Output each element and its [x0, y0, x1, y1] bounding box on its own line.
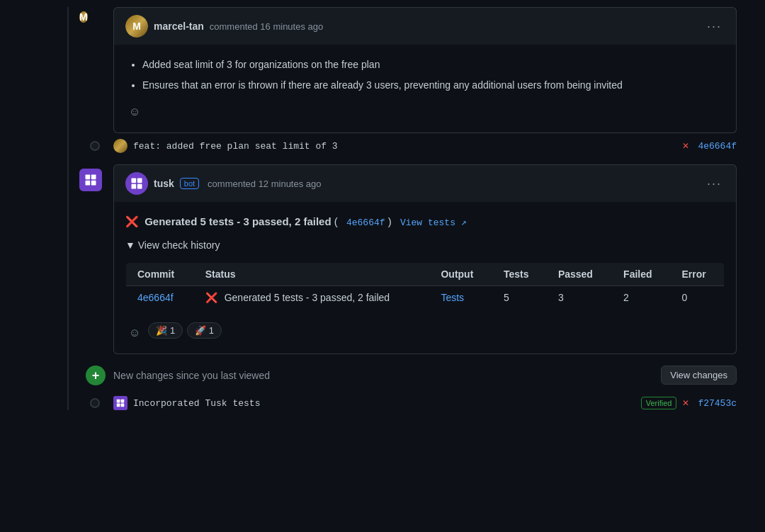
table-cell-passed: 3 — [547, 286, 612, 310]
comment-author-1: marcel-tan — [154, 21, 204, 32]
commit-ref-parens: ( — [334, 215, 341, 227]
svg-rect-9 — [121, 400, 125, 403]
reaction-rocket-1[interactable]: 🚀 1 — [187, 322, 222, 339]
svg-rect-4 — [132, 179, 137, 183]
comment-body-1: Added seat limit of 3 for organizations … — [113, 45, 737, 133]
comment-body-2: ❌ Generated 5 tests - 3 passed, 2 failed… — [113, 202, 737, 354]
col-status: Status — [194, 263, 430, 286]
table-cell-error: 0 — [671, 286, 725, 310]
svg-rect-6 — [132, 184, 137, 189]
generated-tests-line: ❌ Generated 5 tests - 3 passed, 2 failed… — [125, 213, 725, 231]
svg-rect-7 — [137, 184, 142, 189]
commit-fail-icon-2: ✕ — [682, 398, 689, 408]
col-commit: Commit — [126, 263, 194, 286]
plus-circle-icon: + — [86, 366, 106, 385]
avatar-tusk-inline — [125, 172, 148, 195]
svg-rect-5 — [137, 179, 142, 183]
col-failed: Failed — [612, 263, 670, 286]
table-cell-output: Tests — [429, 286, 492, 310]
comment-author-2: tusk — [154, 178, 174, 189]
table-cell-status: ❌ Generated 5 tests - 3 passed, 2 failed — [194, 286, 430, 310]
generated-tests-text: Generated 5 tests - 3 passed, 2 failed — [144, 215, 331, 227]
comment-header-1: M marcel-tan commented 16 minutes ago ··… — [113, 7, 737, 45]
new-changes-banner: + New changes since you last viewed View… — [28, 366, 737, 385]
commit-avatar-1 — [113, 139, 128, 153]
check-table: Commit Status Output Tests Passed Failed… — [125, 262, 725, 310]
avatar-tusk — [79, 169, 102, 191]
commit-row-2: Incorporated Tusk tests Verified ✕ f2745… — [28, 396, 737, 410]
add-reaction-button-1[interactable]: ☺ — [125, 103, 144, 121]
table-output-link[interactable]: Tests — [441, 292, 464, 303]
table-commit-link[interactable]: 4e6664f — [137, 292, 174, 303]
commit-row-1: feat: added free plan seat limit of 3 ✕ … — [28, 139, 737, 153]
reaction-party-1[interactable]: 🎉 1 — [148, 322, 183, 339]
tusk-logo-icon — [84, 173, 98, 187]
comment-more-button-2[interactable]: ··· — [704, 177, 725, 190]
table-cell-commit: 4e6664f — [126, 286, 194, 310]
commit-fail-icon-1: ✕ — [682, 141, 689, 151]
view-check-history-button[interactable]: ▼ View check history — [125, 237, 220, 254]
col-output: Output — [429, 263, 492, 286]
svg-rect-3 — [91, 181, 96, 186]
generated-commit-link[interactable]: 4e6664f — [346, 217, 385, 228]
col-passed: Passed — [547, 263, 612, 286]
avatar-marcel-inline: M — [125, 15, 148, 38]
svg-rect-0 — [86, 175, 91, 180]
bot-badge: bot — [180, 178, 199, 189]
fail-icon-inline: ❌ — [125, 215, 139, 227]
commit-hash-2[interactable]: f27453c — [698, 398, 737, 409]
timeline-line — [67, 7, 69, 410]
col-error: Error — [671, 263, 725, 286]
status-x-icon: ❌ — [205, 292, 217, 303]
verified-badge: Verified — [641, 397, 677, 409]
svg-rect-8 — [117, 400, 120, 403]
commit-avatar-2 — [113, 396, 128, 410]
table-row: 4e6664f ❌ Generated 5 tests - 3 passed, … — [126, 286, 725, 310]
commit-hash-1[interactable]: 4e6664f — [698, 141, 737, 152]
table-cell-tests: 5 — [492, 286, 547, 310]
comment-header-2: tusk bot commented 12 minutes ago ··· — [113, 164, 737, 202]
commit-dot-1 — [90, 141, 100, 151]
view-changes-button[interactable]: View changes — [661, 366, 737, 385]
commit-ref-close: ) — [388, 215, 395, 227]
comment-bullet-1: Added seat limit of 3 for organizations … — [142, 56, 725, 74]
svg-rect-10 — [117, 404, 120, 407]
svg-rect-1 — [91, 175, 96, 180]
new-changes-text: New changes since you last viewed — [113, 370, 661, 381]
comment-more-button-1[interactable]: ··· — [704, 20, 725, 33]
comment-time-1: commented 16 minutes ago — [210, 21, 323, 32]
add-reaction-button-2[interactable]: ☺ — [125, 324, 144, 342]
comment-time-2: commented 12 minutes ago — [208, 179, 321, 189]
view-tests-link[interactable]: View tests ↗ — [400, 217, 467, 228]
svg-rect-2 — [86, 181, 91, 186]
commit-dot-2 — [90, 398, 100, 408]
reaction-row-2: ☺ 🎉 1 🚀 1 — [125, 318, 725, 342]
status-text: Generated 5 tests - 3 passed, 2 failed — [225, 292, 390, 303]
svg-rect-11 — [121, 404, 125, 407]
table-cell-failed: 2 — [612, 286, 670, 310]
commit-message-1: feat: added free plan seat limit of 3 — [133, 141, 682, 152]
avatar-marcel-tan: M — [79, 11, 88, 23]
commit-message-2: Incorporated Tusk tests — [133, 398, 641, 409]
col-tests: Tests — [492, 263, 547, 286]
comment-bullet-2: Ensures that an error is thrown if there… — [142, 77, 725, 94]
